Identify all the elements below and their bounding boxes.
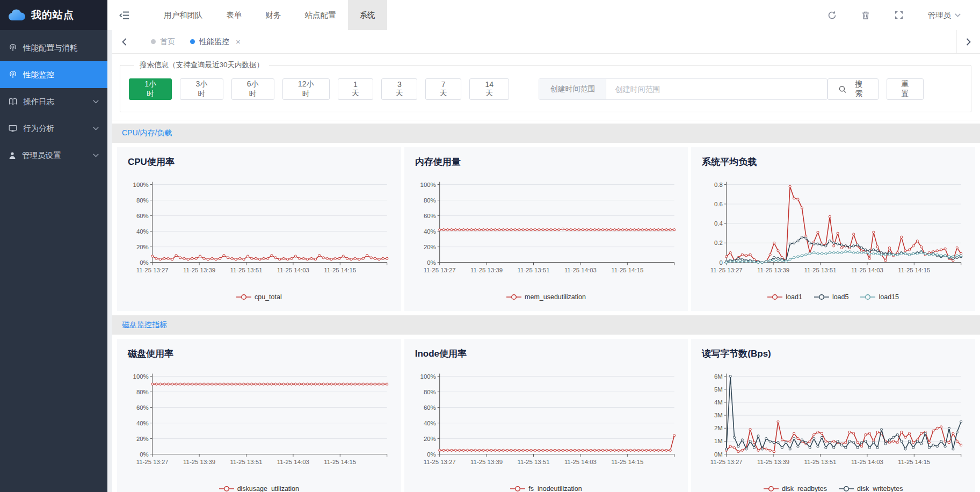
legend-item[interactable]: load5 (814, 293, 849, 301)
svg-text:2M: 2M (714, 425, 723, 431)
legend-item[interactable]: load15 (860, 293, 899, 301)
line-chart[interactable]: 0%20%40%60%80%100%11-25 13:2711-25 13:39… (415, 177, 678, 285)
sidebar-item-label: 性能监控 (23, 70, 54, 80)
reset-button[interactable]: 重置 (887, 78, 924, 100)
legend-item[interactable]: mem_usedutilization (506, 293, 586, 301)
svg-text:11-25 13:39: 11-25 13:39 (183, 267, 215, 273)
svg-text:0%: 0% (427, 259, 436, 266)
date-range-input[interactable] (606, 79, 826, 99)
chart-title: 磁盘使用率 (128, 348, 390, 360)
tab-home[interactable]: 首页 (151, 37, 175, 47)
legend-label: diskusage_utilization (237, 485, 299, 492)
sidebar-item-4[interactable]: 管理员设置 (0, 142, 107, 169)
sidebar-item-0[interactable]: 性能配置与消耗 (0, 34, 107, 61)
sidebar-menu: 性能配置与消耗性能监控操作日志行为分析管理员设置 (0, 30, 107, 169)
svg-text:100%: 100% (420, 182, 435, 188)
sidebar-item-label: 操作日志 (23, 97, 54, 107)
tabbar: 首页 性能监控 × (112, 30, 980, 54)
chart-card-diskusage: 磁盘使用率 0%20%40%60%80%100%11-25 13:2711-25… (117, 339, 401, 492)
svg-text:0M: 0M (714, 451, 723, 458)
search-icon (839, 85, 846, 93)
legend-marker-icon (764, 486, 779, 492)
search-actions: 搜 索 重置 (827, 78, 924, 100)
svg-text:11-25 13:39: 11-25 13:39 (183, 459, 215, 465)
tab-dot (151, 39, 156, 44)
sidebar-item-1[interactable]: 性能监控 (0, 61, 107, 88)
workspace: 首页 性能监控 × 搜索信息（支持查询最近30天内数据） 1小时3小时6小时12… (107, 30, 980, 492)
time-button-3[interactable]: 12小时 (282, 78, 330, 100)
nav-item-3[interactable]: 站点配置 (293, 0, 348, 30)
legend-label: mem_usedutilization (525, 293, 586, 301)
sidebar-item-label: 行为分析 (23, 124, 54, 134)
chart-card-rw-bytes: 读写字节数(Bps) 0M1M2M3M4M5M6M11-25 13:2711-2… (691, 339, 975, 492)
svg-text:11-25 13:39: 11-25 13:39 (470, 459, 503, 465)
collapse-sidebar-icon[interactable] (119, 11, 129, 20)
brand[interactable]: 我的站点 (0, 0, 107, 30)
topbar-actions: 管理员 (827, 10, 980, 20)
nav-item-4[interactable]: 系统 (348, 0, 387, 30)
svg-text:100%: 100% (133, 182, 149, 188)
section-link-cpu[interactable]: CPU/内存/负载 (122, 128, 172, 138)
time-button-2[interactable]: 6小时 (231, 78, 274, 100)
time-button-4[interactable]: 1天 (338, 78, 374, 100)
svg-text:80%: 80% (424, 197, 436, 204)
sidebar-item-2[interactable]: 操作日志 (0, 88, 107, 115)
section-band-cpu: CPU/内存/负载 (112, 124, 980, 143)
nav-item-1[interactable]: 表单 (215, 0, 254, 30)
chart-title: Inode使用率 (415, 348, 678, 360)
nav-item-2[interactable]: 财务 (254, 0, 293, 30)
svg-text:11-25 13:39: 11-25 13:39 (757, 459, 789, 465)
legend-item[interactable]: diskusage_utilization (219, 485, 299, 492)
svg-text:40%: 40% (136, 228, 149, 235)
app-root: 我的站点 性能配置与消耗性能监控操作日志行为分析管理员设置 用户和团队表单财务站… (0, 0, 980, 492)
legend-label: load1 (786, 293, 802, 301)
tabs-scroll-left-icon[interactable] (112, 30, 136, 53)
svg-text:80%: 80% (424, 389, 436, 395)
refresh-icon[interactable] (827, 11, 837, 20)
line-chart[interactable]: 0%20%40%60%80%100%11-25 13:2711-25 13:39… (128, 368, 390, 477)
legend-label: load15 (879, 293, 899, 301)
legend-item[interactable]: fs_inodeutilization (510, 485, 582, 492)
search-button[interactable]: 搜 索 (827, 78, 879, 100)
sidebar-item-3[interactable]: 行为分析 (0, 115, 107, 142)
svg-text:11-25 14:15: 11-25 14:15 (324, 267, 356, 273)
svg-text:11-25 14:15: 11-25 14:15 (898, 459, 931, 465)
chart-title: 内存使用量 (415, 156, 678, 168)
line-chart[interactable]: 0%20%40%60%80%100%11-25 13:2711-25 13:39… (128, 177, 390, 285)
tabs-scroll-right-icon[interactable] (956, 30, 980, 53)
line-chart[interactable]: 0%20%40%60%80%100%11-25 13:2711-25 13:39… (415, 368, 678, 477)
line-chart[interactable]: 00.20.40.60.811-25 13:2711-25 13:3911-25… (702, 177, 964, 285)
nav-item-0[interactable]: 用户和团队 (152, 0, 215, 30)
svg-text:100%: 100% (420, 373, 435, 380)
svg-text:11-25 14:03: 11-25 14:03 (277, 459, 309, 465)
fullscreen-icon[interactable] (895, 11, 903, 19)
svg-text:100%: 100% (133, 373, 149, 380)
chart-card-memory: 内存使用量 0%20%40%60%80%100%11-25 13:2711-25… (404, 147, 688, 311)
close-icon[interactable]: × (236, 37, 241, 46)
time-button-5[interactable]: 3天 (381, 78, 417, 100)
legend-marker-icon (860, 294, 875, 300)
legend-label: disk_writebytes (857, 485, 903, 492)
section-link-disk[interactable]: 磁盘监控指标 (122, 320, 167, 330)
line-chart[interactable]: 0M1M2M3M4M5M6M11-25 13:2711-25 13:3911-2… (702, 368, 964, 477)
legend-item[interactable]: disk_writebytes (839, 485, 903, 492)
time-button-7[interactable]: 14天 (469, 78, 509, 100)
trash-icon[interactable] (861, 11, 870, 20)
date-range-label: 创建时间范围 (539, 79, 606, 99)
legend-item[interactable]: disk_readbytes (764, 485, 827, 492)
time-button-6[interactable]: 7天 (425, 78, 461, 100)
chart-legend: disk_readbytesdisk_writebytes (702, 482, 964, 492)
sidebar-item-label: 性能配置与消耗 (23, 43, 78, 53)
chart-title: CPU使用率 (128, 156, 390, 168)
chart-title: 系统平均负载 (702, 156, 964, 168)
time-button-1[interactable]: 3小时 (180, 78, 223, 100)
legend-item[interactable]: load1 (767, 293, 802, 301)
legend-item[interactable]: cpu_total (236, 293, 282, 301)
time-button-0[interactable]: 1小时 (129, 78, 172, 100)
legend-label: load5 (832, 293, 849, 301)
chart-legend: mem_usedutilization (415, 291, 678, 303)
user-menu[interactable]: 管理员 (928, 10, 961, 20)
tab-performance-monitor[interactable]: 性能监控 × (190, 37, 241, 47)
chart-row-2: 磁盘使用率 0%20%40%60%80%100%11-25 13:2711-25… (112, 335, 980, 492)
svg-text:0%: 0% (140, 259, 149, 266)
